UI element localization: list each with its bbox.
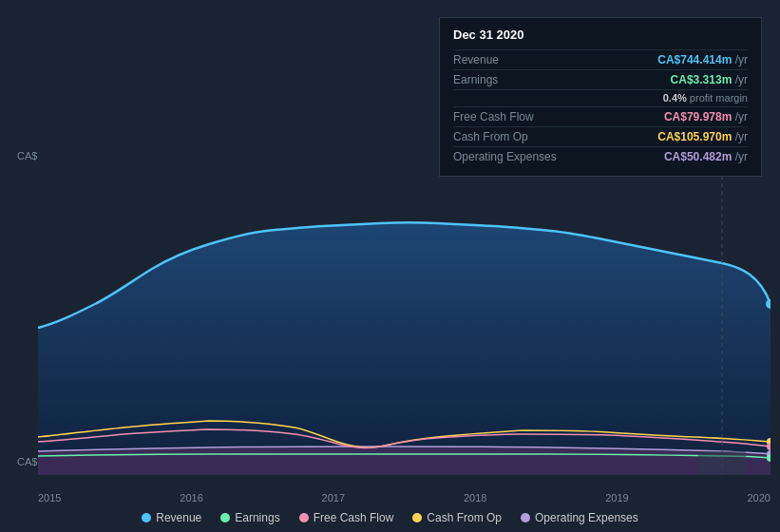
x-label-2017: 2017: [322, 492, 345, 504]
legend-dot-revenue: [142, 513, 151, 522]
legend-dot-cashfromop: [412, 513, 422, 522]
tooltip-label-revenue: Revenue: [453, 53, 499, 66]
tooltip-value-earnings: CA$3.313m /yr: [671, 73, 748, 86]
profit-margin: 0.4% profit margin: [453, 89, 748, 106]
legend-dot-fcf: [299, 513, 309, 522]
tooltip-value-cashfromop: CA$105.970m /yr: [657, 130, 748, 143]
legend-label-cashfromop: Cash From Op: [427, 511, 502, 524]
x-label-2015: 2015: [38, 492, 61, 504]
opex-area: [38, 446, 770, 475]
hover-box: [698, 451, 746, 475]
legend-dot-opex: [521, 513, 530, 522]
x-label-2019: 2019: [605, 492, 628, 504]
chart-legend: Revenue Earnings Free Cash Flow Cash Fro…: [0, 511, 780, 524]
legend-label-revenue: Revenue: [156, 511, 201, 524]
x-label-2016: 2016: [180, 492, 202, 504]
legend-dot-earnings: [220, 513, 230, 522]
legend-label-opex: Operating Expenses: [535, 511, 638, 524]
x-axis: 2015 2016 2017 2018 2019 2020: [38, 492, 770, 504]
tooltip-row-revenue: Revenue CA$744.414m /yr: [453, 49, 748, 69]
tooltip-value-revenue: CA$744.414m /yr: [657, 53, 748, 66]
tooltip-label-fcf: Free Cash Flow: [453, 110, 534, 124]
legend-item-earnings[interactable]: Earnings: [220, 511, 279, 524]
tooltip-label-opex: Operating Expenses: [453, 150, 557, 163]
tooltip-title: Dec 31 2020: [453, 28, 748, 42]
tooltip-row-opex: Operating Expenses CA$50.482m /yr: [453, 146, 748, 166]
tooltip-label-cashfromop: Cash From Op: [453, 130, 528, 143]
legend-item-cashfromop[interactable]: Cash From Op: [412, 511, 502, 524]
data-tooltip: Dec 31 2020 Revenue CA$744.414m /yr Earn…: [439, 17, 762, 177]
main-chart: [38, 138, 770, 475]
legend-label-fcf: Free Cash Flow: [314, 511, 394, 524]
tooltip-label-earnings: Earnings: [453, 73, 498, 86]
tooltip-row-cashfromop: Cash From Op CA$105.970m /yr: [453, 126, 748, 146]
tooltip-row-fcf: Free Cash Flow CA$79.978m /yr: [453, 106, 748, 126]
legend-item-revenue[interactable]: Revenue: [142, 511, 201, 524]
tooltip-value-fcf: CA$79.978m /yr: [664, 110, 748, 124]
x-label-2018: 2018: [464, 492, 486, 504]
legend-item-opex[interactable]: Operating Expenses: [521, 511, 638, 524]
legend-item-fcf[interactable]: Free Cash Flow: [299, 511, 394, 524]
tooltip-row-earnings: Earnings CA$3.313m /yr: [453, 69, 748, 89]
tooltip-value-opex: CA$50.482m /yr: [664, 150, 748, 163]
legend-label-earnings: Earnings: [235, 511, 279, 524]
x-label-2020: 2020: [747, 492, 770, 504]
